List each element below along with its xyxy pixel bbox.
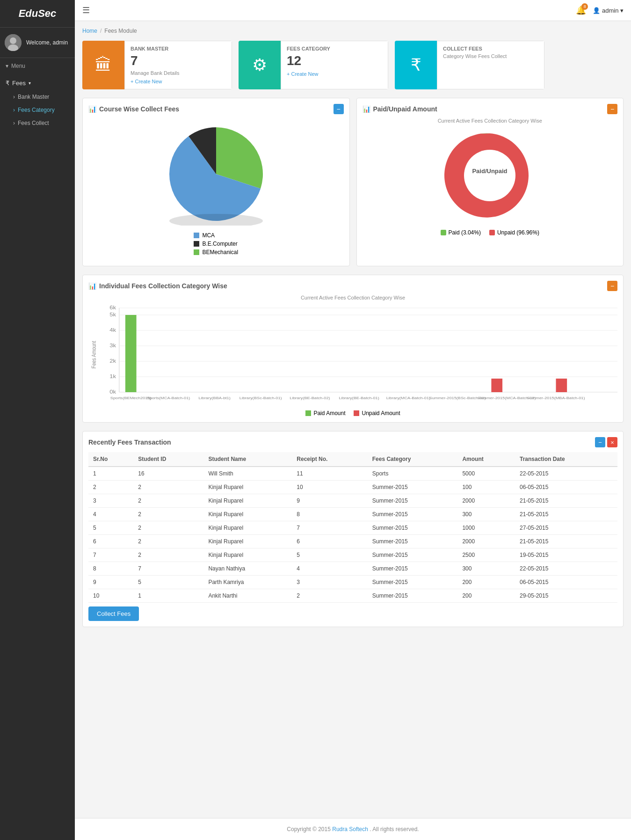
rupee-icon: ₹ xyxy=(6,80,9,87)
breadcrumb-current: Fees Module xyxy=(104,28,137,34)
donut-chart-toggle-btn[interactable]: − xyxy=(607,104,617,114)
card-bank-number: 7 xyxy=(131,53,226,68)
sidebar-item-bank-master[interactable]: › Bank Master xyxy=(0,90,75,103)
main-content: ☰ 🔔 8 👤 admin ▾ Home / Fees Module 🏛 xyxy=(75,0,631,840)
summary-cards: 🏛 BANK MASTER 7 Manage Bank Details + Cr… xyxy=(82,41,624,89)
card-collect-body: COLLECT FEES Category Wise Fees Collect xyxy=(437,41,544,89)
topbar-right: 🔔 8 👤 admin ▾ xyxy=(576,5,624,15)
hamburger-icon[interactable]: ☰ xyxy=(82,5,90,15)
admin-menu[interactable]: 👤 admin ▾ xyxy=(593,7,624,14)
table-cell-amount: 200 xyxy=(457,576,515,589)
pie-chart-svg xyxy=(162,123,270,226)
svg-text:Library(BBA-bt1): Library(BBA-bt1) xyxy=(198,396,231,400)
bar-section-header: 📊 Individual Fees Collection Category Wi… xyxy=(88,281,617,291)
table-row: 95Parth Kamriya3Summer-201520006-05-2015 xyxy=(88,576,617,589)
table-row: 22Kinjal Ruparel10Summer-201510006-05-20… xyxy=(88,481,617,494)
sidebar-fees-title[interactable]: ₹ Fees ▾ xyxy=(0,76,75,90)
card-fees-cat-create-link[interactable]: + Create New xyxy=(287,71,382,77)
avatar xyxy=(5,34,22,51)
pie-chart-icon: 📊 xyxy=(88,105,96,113)
table-cell-receipt_no: 2 xyxy=(292,589,367,603)
topbar: ☰ 🔔 8 👤 admin ▾ xyxy=(75,0,631,21)
bar-legend-paid: Paid Amount xyxy=(305,410,345,416)
donut-legend-unpaid: Unpaid (96.96%) xyxy=(489,229,539,236)
pie-legend-be-computer: B.E.Computer xyxy=(194,241,238,247)
table-cell-amount: 2500 xyxy=(457,548,515,562)
table-cell-student_id: 2 xyxy=(133,481,203,494)
table-cell-transaction_date: 29-05-2015 xyxy=(515,589,617,603)
table-cell-student_id: 2 xyxy=(133,521,203,535)
paid-color-dot xyxy=(441,230,446,235)
table-row: 42Kinjal Ruparel8Summer-201530021-05-201… xyxy=(88,508,617,521)
breadcrumb-home[interactable]: Home xyxy=(82,28,97,34)
svg-text:Fees Amount: Fees Amount xyxy=(90,341,97,369)
collect-fees-button[interactable]: Collect Fees xyxy=(88,606,139,621)
table-cell-amount: 2000 xyxy=(457,494,515,508)
col-receipt-no: Receipt No. xyxy=(292,452,367,467)
unpaid-color-dot xyxy=(489,230,495,235)
app-logo: EduSec xyxy=(0,0,75,28)
col-student-name: Student Name xyxy=(203,452,292,467)
card-collect-fees: ₹ COLLECT FEES Category Wise Fees Collec… xyxy=(395,41,544,89)
card-fees-cat-number: 12 xyxy=(287,53,382,68)
pie-chart-toggle-btn[interactable]: − xyxy=(334,104,344,114)
table-cell-transaction_date: 21-05-2015 xyxy=(515,494,617,508)
charts-row: 📊 Course Wise Collect Fees − xyxy=(82,98,624,266)
mca-color-dot xyxy=(194,233,199,238)
svg-text:3k: 3k xyxy=(109,343,116,348)
page-content: Home / Fees Module 🏛 BANK MASTER 7 Manag… xyxy=(75,21,631,813)
svg-text:Library(BSc-Batch-01): Library(BSc-Batch-01) xyxy=(239,396,282,400)
table-cell-fees_category: Summer-2015 xyxy=(368,494,458,508)
table-cell-fees_category: Summer-2015 xyxy=(368,589,458,603)
sidebar-fees-label: Fees xyxy=(12,80,26,87)
card-fees-cat-title: FEES CATEGORY xyxy=(287,46,382,51)
table-cell-transaction_date: 21-05-2015 xyxy=(515,535,617,548)
table-cell-student_id: 5 xyxy=(133,576,203,589)
table-cell-fees_category: Summer-2015 xyxy=(368,481,458,494)
card-bank-create-link[interactable]: + Create New xyxy=(131,79,226,84)
table-minimize-btn[interactable]: − xyxy=(595,437,605,447)
donut-chart-container: Current Active Fees Collection Category … xyxy=(363,118,618,236)
mca-label: MCA xyxy=(202,232,215,239)
table-body: 116Will Smith11Sports500022-05-201522Kin… xyxy=(88,467,617,603)
bar-subtitle: Current Active Fees Collection Category … xyxy=(88,295,617,300)
svg-text:0k: 0k xyxy=(109,389,116,394)
card-fees-cat-body: FEES CATEGORY 12 + Create New xyxy=(281,41,388,89)
svg-text:1k: 1k xyxy=(109,374,116,379)
table-cell-srno: 3 xyxy=(88,494,133,508)
table-cell-receipt_no: 5 xyxy=(292,548,367,562)
sidebar-item-label: Bank Master xyxy=(18,94,49,100)
table-cell-amount: 100 xyxy=(457,481,515,494)
table-cell-fees_category: Summer-2015 xyxy=(368,562,458,576)
pie-legend-mca: MCA xyxy=(194,232,238,239)
footer-text: Copyright © 2015 xyxy=(287,826,332,833)
card-bank-master: 🏛 BANK MASTER 7 Manage Bank Details + Cr… xyxy=(82,41,232,89)
table-cell-receipt_no: 6 xyxy=(292,535,367,548)
card-fees-category: ⚙ FEES CATEGORY 12 + Create New xyxy=(239,41,388,89)
sidebar-menu-toggle[interactable]: ▾ Menu xyxy=(0,58,75,74)
donut-chart-svg: Paid/Unpaid xyxy=(441,126,539,225)
table-row: 101Ankit Narthi2Summer-201520029-05-2015 xyxy=(88,589,617,603)
sidebar-item-fees-category[interactable]: › Fees Category xyxy=(0,103,75,117)
notification-bell[interactable]: 🔔 8 xyxy=(576,5,586,15)
pie-chart-container: MCA B.E.Computer BEMechanical xyxy=(88,118,344,260)
table-cell-fees_category: Summer-2015 xyxy=(368,508,458,521)
sidebar-item-fees-collect[interactable]: › Fees Collect xyxy=(0,117,75,130)
table-cell-student_name: Kinjal Ruparel xyxy=(203,521,292,535)
bar-chart-area: 0k 1k 2k 3k 4k 5k 6k Fees Amount xyxy=(88,303,617,406)
table-cell-fees_category: Summer-2015 xyxy=(368,535,458,548)
card-collect-icon: ₹ xyxy=(395,41,437,89)
unpaid-legend-label: Unpaid (96.96%) xyxy=(497,229,539,236)
table-cell-srno: 5 xyxy=(88,521,133,535)
bar-unpaid-label: Unpaid Amount xyxy=(362,410,400,416)
svg-point-1 xyxy=(10,37,16,44)
table-header-row: Sr.No Student ID Student Name Receipt No… xyxy=(88,452,617,467)
table-cell-student_id: 1 xyxy=(133,589,203,603)
table-close-btn[interactable]: × xyxy=(607,437,617,447)
table-cell-receipt_no: 4 xyxy=(292,562,367,576)
bar-chart-toggle-btn[interactable]: − xyxy=(607,281,617,291)
footer-link[interactable]: Rudra Softech xyxy=(332,826,368,833)
bullet-icon: › xyxy=(13,107,15,113)
svg-text:Paid/Unpaid: Paid/Unpaid xyxy=(472,168,508,175)
donut-subtitle: Current Active Fees Collection Category … xyxy=(438,118,542,124)
